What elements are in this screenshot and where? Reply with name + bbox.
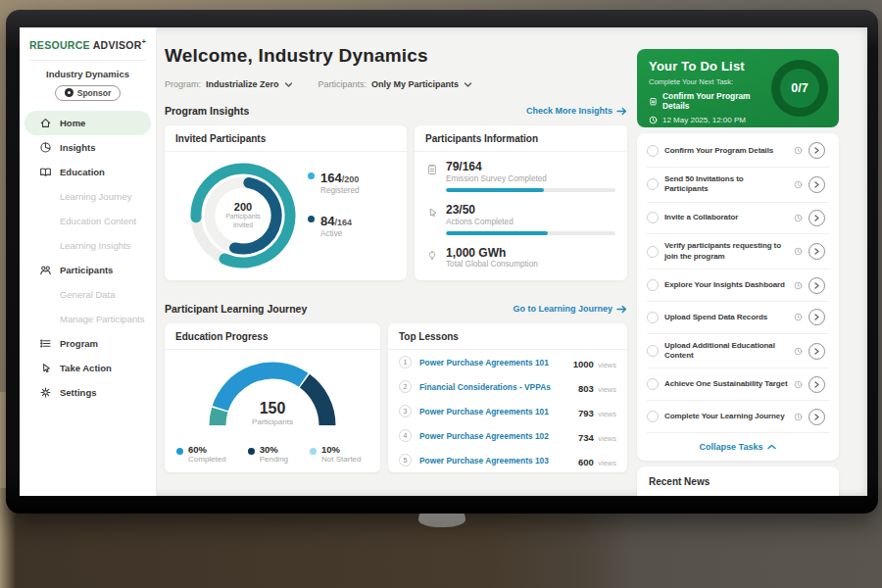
sidebar-item-education-content[interactable]: Education Content: [24, 209, 151, 233]
lesson-link[interactable]: Power Purchase Agreements 103: [419, 456, 570, 466]
chevron-down-icon: [284, 80, 293, 89]
stat-value: 1,000 GWh: [446, 247, 615, 261]
sidebar-item-label: Take Action: [60, 363, 112, 373]
todo-progress-value: 0/7: [780, 69, 819, 108]
active-total: /164: [334, 218, 352, 227]
task-open-button[interactable]: [808, 343, 825, 360]
lesson-link[interactable]: Power Purchase Agreements 101: [419, 358, 565, 368]
sidebar-item-insights[interactable]: Insights: [24, 135, 151, 160]
task-checkbox[interactable]: [647, 378, 659, 390]
sidebar-item-take-action[interactable]: Take Action: [24, 356, 151, 380]
sidebar-item-home[interactable]: Home: [24, 111, 151, 135]
organization-name: Industry Dynamics: [20, 69, 156, 79]
lesson-link[interactable]: Power Purchase Agreements 102: [419, 431, 570, 441]
task-label: Send 50 Invitations to Participants: [664, 174, 788, 195]
task-open-button[interactable]: [808, 309, 825, 325]
link-label: Go to Learning Journey: [513, 304, 612, 314]
clock-icon: [794, 380, 803, 389]
sidebar-item-education[interactable]: Education: [24, 160, 151, 184]
active-value: 84: [320, 214, 334, 228]
clock-icon: [794, 214, 803, 222]
task-checkbox[interactable]: [647, 246, 659, 258]
task-open-button[interactable]: [808, 243, 825, 260]
legend-dot: [310, 448, 317, 455]
invited-total-label-2: Invited: [233, 221, 253, 230]
lesson-views: 600 views: [578, 452, 616, 469]
sidebar-item-settings[interactable]: Settings: [24, 380, 151, 405]
lesson-link[interactable]: Financial Considerations - VPPAs: [419, 382, 570, 392]
task-open-button[interactable]: [808, 376, 825, 393]
go-to-learning-journey-link[interactable]: Go to Learning Journey: [513, 304, 627, 314]
task-checkbox[interactable]: [647, 212, 659, 223]
sponsor-icon: [65, 88, 74, 97]
check-more-insights-link[interactable]: Check More Insights: [526, 106, 627, 116]
education-progress-card: Education Progress 150 Participants 60% …: [165, 323, 380, 472]
views-count: 734: [578, 432, 594, 443]
clock-icon: [794, 313, 803, 321]
gauge-value: 150: [223, 400, 321, 417]
chevron-down-icon: [464, 80, 472, 89]
program-dropdown-value: Industrialize Zero: [206, 79, 279, 89]
task-checkbox[interactable]: [647, 279, 659, 291]
task-open-button[interactable]: [808, 142, 825, 159]
sidebar-item-manage-participants[interactable]: Manage Participants: [24, 307, 151, 331]
lesson-row: 3 Power Purchase Agreements 101 793 view…: [388, 399, 627, 423]
clock-icon: [794, 247, 803, 256]
task-open-button[interactable]: [808, 210, 825, 226]
participants-dropdown[interactable]: Participants: Only My Participants: [318, 79, 473, 89]
link-label: Check More Insights: [526, 106, 612, 116]
task-checkbox[interactable]: [647, 411, 659, 422]
sidebar-item-general-data[interactable]: General Data: [24, 282, 151, 307]
legend-pct: 10%: [321, 444, 361, 455]
stat-row: 79/164 Emission Survey Completed: [426, 161, 615, 192]
invited-total-label-1: Participants: [225, 213, 261, 221]
task-checkbox[interactable]: [647, 178, 659, 190]
progress-fill: [446, 188, 544, 192]
task-checkbox[interactable]: [647, 145, 659, 157]
sidebar-nav: Home Insights Education Learning Journey: [20, 111, 156, 405]
task-row: Achieve One Sustainability Target: [647, 368, 829, 401]
legend-label: Completed: [188, 455, 226, 464]
collapse-tasks-link[interactable]: Collapse Tasks: [647, 433, 829, 461]
stat-body: 1,000 GWh Total Global Consumption: [446, 247, 615, 270]
task-open-button[interactable]: [808, 409, 825, 425]
program-dropdown[interactable]: Program: Industrialize Zero: [165, 79, 293, 89]
task-label: Invite a Collaborator: [664, 213, 788, 222]
task-checkbox[interactable]: [647, 312, 659, 323]
take-action-icon: [39, 362, 52, 374]
legend-completed: 60% Completed: [176, 444, 226, 464]
filters: Program: Industrialize Zero Participants…: [165, 79, 472, 89]
actions-icon: [426, 207, 438, 219]
sidebar-item-learning-journey[interactable]: Learning Journey: [24, 184, 151, 209]
clock-icon: [794, 347, 803, 356]
program-icon: [39, 337, 52, 350]
active-label: Active: [320, 229, 352, 238]
task-open-button[interactable]: [808, 176, 825, 193]
arrow-right-icon: [616, 107, 627, 116]
lesson-rank-badge: 4: [399, 429, 412, 442]
settings-gear-icon: [39, 386, 52, 399]
donut-center-label: 200 Participants Invited: [184, 157, 302, 274]
sidebar-item-learning-insights[interactable]: Learning Insights: [24, 233, 151, 258]
lesson-rank-badge: 1: [399, 356, 412, 368]
lesson-row: 5 Power Purchase Agreements 103 600 view…: [388, 448, 627, 472]
education-icon: [39, 166, 52, 178]
task-row: Explore Your Insights Dashboard: [647, 270, 829, 302]
todo-task-list-card: Confirm Your Program Details Send 50 Inv…: [637, 133, 839, 461]
views-suffix: views: [598, 361, 616, 369]
photo-background: RESOURCE ADVISOR+ Industry Dynamics Spon…: [0, 0, 882, 588]
dashboard-screen: RESOURCE ADVISOR+ Industry Dynamics Spon…: [20, 27, 867, 496]
sidebar-item-participants[interactable]: Participants: [24, 258, 151, 282]
participants-dropdown-value: Only My Participants: [371, 79, 459, 89]
task-row: Upload Spend Data Records: [647, 302, 829, 334]
clock-icon: [794, 180, 803, 189]
lesson-row: 4 Power Purchase Agreements 102 734 view…: [388, 423, 627, 448]
views-count: 793: [578, 408, 594, 418]
lesson-link[interactable]: Power Purchase Agreements 101: [419, 407, 570, 416]
task-open-button[interactable]: [808, 277, 825, 294]
sidebar-item-program[interactable]: Program: [24, 331, 151, 356]
stat-row: 23/50 Actions Completed: [426, 204, 615, 235]
sponsor-badge[interactable]: Sponsor: [55, 85, 121, 101]
task-checkbox[interactable]: [647, 345, 659, 357]
lesson-rank-badge: 5: [399, 454, 412, 466]
